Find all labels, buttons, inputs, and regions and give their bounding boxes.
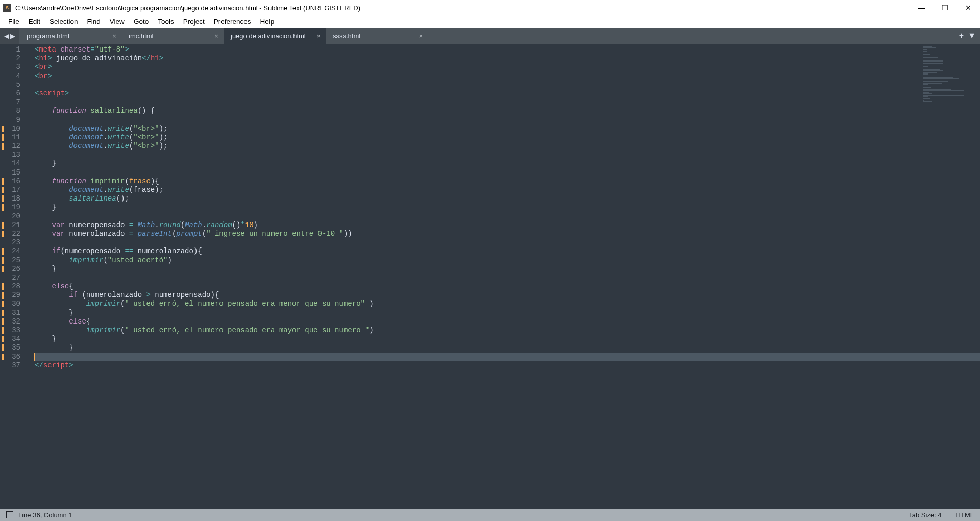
window-controls: — ❐ ✕ (910, 0, 980, 15)
menu-selection[interactable]: Selection (45, 17, 82, 27)
editor[interactable]: 1234567891011121314151617181920212223242… (0, 44, 980, 509)
window-title: C:\Users\andre\OneDrive\Escritorio\logic… (15, 4, 910, 12)
menu-project[interactable]: Project (179, 17, 209, 27)
maximize-button[interactable]: ❐ (933, 0, 957, 15)
tab-imc[interactable]: imc.html × (121, 28, 224, 44)
panel-switcher-icon[interactable] (6, 511, 13, 518)
status-tab-size[interactable]: Tab Size: 4 (909, 511, 941, 519)
tab-label: programa.html (27, 32, 69, 40)
tab-juego[interactable]: juego de adivinacion.html × (224, 28, 326, 44)
minimize-button[interactable]: — (910, 0, 933, 15)
app-icon: S (3, 4, 11, 12)
titlebar: S C:\Users\andre\OneDrive\Escritorio\log… (0, 0, 980, 15)
tab-label: ssss.html (333, 32, 360, 40)
menu-view[interactable]: View (106, 17, 129, 27)
menu-file[interactable]: File (4, 17, 23, 27)
status-syntax[interactable]: HTML (956, 511, 974, 519)
status-line-column[interactable]: Line 36, Column 1 (18, 511, 72, 519)
menu-preferences[interactable]: Preferences (210, 17, 255, 27)
menu-tools[interactable]: Tools (154, 17, 178, 27)
new-tab-icon[interactable]: + (959, 31, 964, 40)
tab-label: imc.html (129, 32, 153, 40)
close-tab-icon[interactable]: × (214, 32, 218, 40)
tab-programa[interactable]: programa.html × (19, 28, 121, 44)
nav-next-icon[interactable]: ▶ (10, 32, 15, 40)
close-tab-icon[interactable]: × (112, 32, 116, 40)
menu-goto[interactable]: Goto (130, 17, 153, 27)
close-tab-icon[interactable]: × (419, 32, 423, 40)
nav-prev-icon[interactable]: ◀ (4, 32, 9, 40)
tabbar: ◀ ▶ programa.html × imc.html × juego de … (0, 28, 980, 44)
statusbar: Line 36, Column 1 Tab Size: 4 HTML (0, 509, 980, 521)
minimap[interactable] (919, 44, 980, 105)
tab-ssss[interactable]: ssss.html × (326, 28, 428, 44)
close-window-button[interactable]: ✕ (957, 0, 980, 15)
line-gutter: 1234567891011121314151617181920212223242… (0, 44, 30, 509)
tab-label: juego de adivinacion.html (231, 32, 306, 40)
tab-options-icon[interactable]: ▼ (968, 31, 976, 40)
menu-help[interactable]: Help (256, 17, 279, 27)
menubar: File Edit Selection Find View Goto Tools… (0, 15, 980, 28)
close-tab-icon[interactable]: × (316, 32, 321, 40)
menu-edit[interactable]: Edit (24, 17, 44, 27)
code-area[interactable]: <meta charset="utf-8"><h1> juego de adiv… (30, 44, 980, 509)
menu-find[interactable]: Find (83, 17, 105, 27)
tab-nav-arrows: ◀ ▶ (0, 28, 19, 44)
